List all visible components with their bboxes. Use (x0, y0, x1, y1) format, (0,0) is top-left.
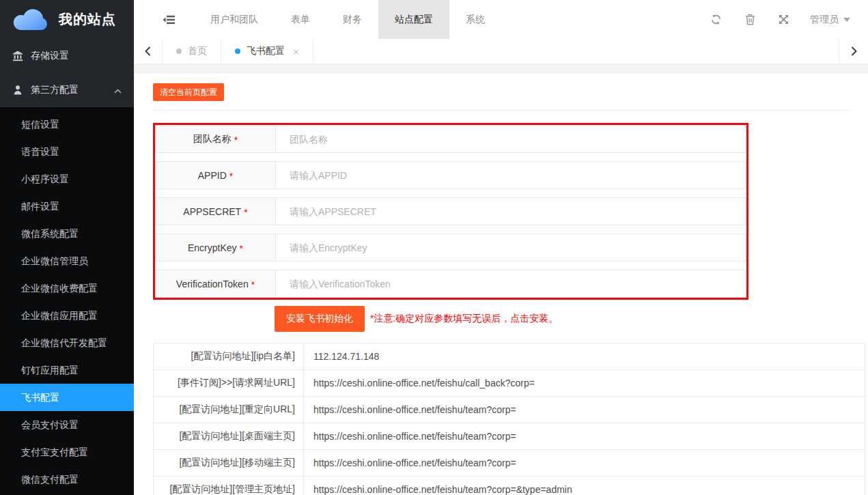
sidebar-item-alipay-payment-config[interactable]: 支付宝支付配置 (0, 438, 134, 466)
tab-feishu-config[interactable]: 飞书配置 × (221, 39, 313, 63)
address-label: [配置访问地址][管理主页地址] (154, 477, 304, 495)
label-text: APPSECRET (183, 206, 241, 217)
feishu-config-page: 清空当前页配置 团队名称* APPID* APPSECRET* EncryptK… (134, 64, 868, 495)
table-row: [配置访问地址][管理主页地址] https://ceshi.online-of… (154, 477, 865, 495)
header-actions: 管理员 (699, 0, 868, 39)
form-row-encryptkey: EncryptKey* (155, 234, 746, 261)
bank-icon (12, 51, 24, 62)
tab-dot (176, 48, 182, 54)
required-mark: * (240, 241, 243, 254)
chevron-down-icon (843, 18, 850, 22)
sidebar-item-wechat-payment-config[interactable]: 微信支付配置 (0, 466, 134, 493)
verificationtoken-input[interactable] (276, 270, 746, 297)
label-text: 团队名称 (193, 133, 232, 145)
encryptkey-input[interactable] (276, 234, 746, 261)
address-label: [事件订阅]>>[请求网址URL] (154, 370, 304, 397)
tabs-scroll-left-icon[interactable] (134, 39, 163, 63)
sidebar-submenu: 短信设置 语音设置 小程序设置 邮件设置 微信系统配置 企业微信管理员 企业微信… (0, 107, 134, 495)
nav-finance[interactable]: 财务 (326, 0, 378, 39)
sidebar-item-member-payment-settings[interactable]: 会员支付设置 (0, 411, 134, 438)
address-value: https://ceshi.online-office.net/feishu/t… (304, 397, 865, 423)
top-header: 用户和团队 表单 财务 站点配置 系统 (134, 0, 868, 39)
field-label: APPID* (156, 162, 276, 188)
person-icon (12, 85, 24, 96)
nav-system[interactable]: 系统 (449, 0, 501, 39)
address-value: https://ceshi.online-office.net/feishu/c… (304, 370, 865, 397)
address-value: https://ceshi.online-office.net/feishu/t… (304, 477, 865, 495)
tab-label: 首页 (188, 45, 207, 57)
sidebar-item-mail-settings[interactable]: 邮件设置 (0, 193, 134, 220)
tab-bar: 首页 飞书配置 × (134, 39, 868, 64)
sidebar: 我的站点 存储设置 第三方配置 短信设置 语音设置 小程序设置 邮件设置 微信系… (0, 0, 134, 495)
form-row-appsecret: APPSECRET* (155, 197, 746, 225)
clear-page-config-button[interactable]: 清空当前页配置 (153, 83, 224, 101)
feishu-config-form: 团队名称* APPID* APPSECRET* EncryptKey* Veri… (153, 123, 748, 300)
user-menu[interactable]: 管理员 (800, 14, 856, 26)
required-mark: * (234, 132, 238, 145)
brand-logo[interactable]: 我的站点 (0, 0, 134, 39)
required-mark: * (229, 169, 233, 182)
table-row: [配置访问地址][重定向URL] https://ceshi.online-of… (154, 397, 865, 423)
sidebar-item-sms-settings[interactable]: 短信设置 (0, 111, 134, 138)
address-value: 112.124.71.148 (304, 343, 865, 370)
table-row: [配置访问地址][ip白名单] 112.124.71.148 (154, 343, 865, 370)
form-row-appid: APPID* (155, 161, 746, 189)
appid-input[interactable] (276, 162, 746, 188)
required-mark: * (244, 205, 247, 218)
sidebar-item-wecom-app-config[interactable]: 企业微信应用配置 (0, 302, 134, 329)
install-feishu-button[interactable]: 安装飞书初始化 (275, 306, 365, 332)
chevron-up-icon (114, 85, 122, 96)
required-mark: * (251, 277, 255, 290)
trash-icon[interactable] (733, 14, 767, 25)
address-label: [配置访问地址][重定向URL] (154, 397, 304, 423)
sidebar-item-dingtalk-app-config[interactable]: 钉钉应用配置 (0, 356, 134, 384)
sidebar-item-wechat-system-config[interactable]: 微信系统配置 (0, 220, 134, 247)
label-text: EncryptKey (188, 242, 237, 253)
install-row: 安装飞书初始化 *注意:确定对应参数填写无误后，点击安装。 (275, 306, 868, 332)
sidebar-collapse-icon[interactable] (163, 0, 175, 39)
sidebar-item-storage-settings[interactable]: 存储设置 (0, 39, 134, 73)
field-label: 团队名称* (156, 126, 276, 152)
label-text: APPID (198, 170, 227, 181)
feishu-address-table: [配置访问地址][ip白名单] 112.124.71.148 [事件订阅]>>[… (153, 343, 865, 495)
form-row-verificationtoken: VerificationToken* (155, 270, 746, 298)
sidebar-item-wecom-admin[interactable]: 企业微信管理员 (0, 247, 134, 274)
sidebar-item-wecom-dev-config[interactable]: 企业微信代开发配置 (0, 329, 134, 356)
table-row: [配置访问地址][桌面端主页] https://ceshi.online-off… (154, 423, 865, 450)
table-row: [事件订阅]>>[请求网址URL] https://ceshi.online-o… (154, 370, 865, 397)
fullscreen-icon[interactable] (767, 14, 800, 25)
nav-users-teams[interactable]: 用户和团队 (194, 0, 275, 39)
tab-home[interactable]: 首页 (163, 39, 221, 63)
refresh-icon[interactable] (699, 14, 733, 25)
appsecret-input[interactable] (276, 198, 746, 225)
sidebar-item-voice-settings[interactable]: 语音设置 (0, 138, 134, 165)
tabs-scroll-right-icon[interactable] (839, 39, 868, 63)
address-label: [配置访问地址][桌面端主页] (154, 423, 304, 450)
sidebar-item-wecom-billing-config[interactable]: 企业微信收费配置 (0, 274, 134, 302)
cloud-logo-icon (11, 5, 51, 35)
address-label: [配置访问地址][ip白名单] (154, 343, 304, 370)
nav-forms[interactable]: 表单 (275, 0, 326, 39)
sidebar-item-label: 存储设置 (31, 50, 122, 62)
site-title: 我的站点 (59, 10, 116, 29)
tab-label: 飞书配置 (247, 45, 285, 57)
nav-site-config[interactable]: 站点配置 (378, 0, 449, 39)
tab-dot (235, 48, 240, 54)
sidebar-item-label: 第三方配置 (31, 84, 114, 96)
team-name-input[interactable] (276, 126, 746, 152)
install-note: *注意:确定对应参数填写无误后，点击安装。 (370, 313, 558, 325)
sidebar-item-feishu-config[interactable]: 飞书配置 (0, 384, 134, 411)
tab-close-icon[interactable]: × (293, 46, 299, 57)
label-text: VerificationToken (176, 279, 249, 289)
field-label: EncryptKey* (156, 234, 276, 261)
field-label: APPSECRET* (156, 198, 276, 225)
form-row-team-name: 团队名称* (155, 125, 746, 153)
user-name: 管理员 (810, 14, 839, 26)
sidebar-item-miniprogram-settings[interactable]: 小程序设置 (0, 165, 134, 193)
field-label: VerificationToken* (156, 270, 276, 297)
address-label: [配置访问地址][移动端主页] (154, 450, 304, 477)
address-value: https://ceshi.online-office.net/feishu/t… (304, 423, 865, 450)
divider (153, 110, 852, 111)
sidebar-item-third-party-config[interactable]: 第三方配置 (0, 73, 134, 107)
address-value: https://ceshi.online-office.net/feishu/t… (304, 450, 865, 477)
